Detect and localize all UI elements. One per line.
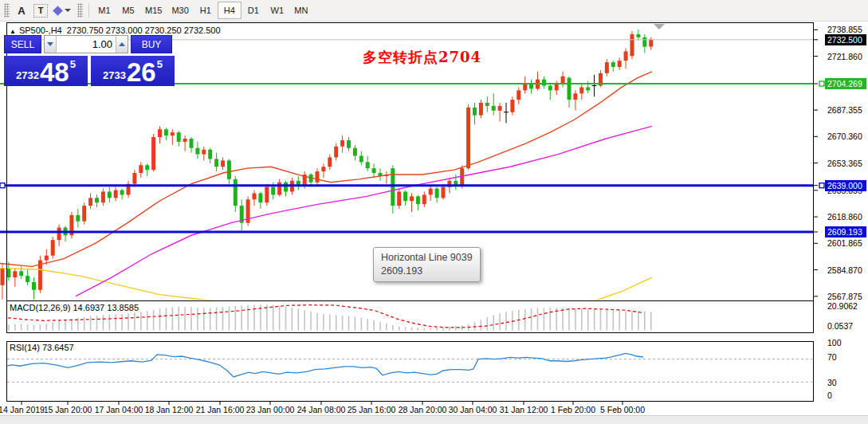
tooltip-line1: Horizontal Line 9039 <box>381 251 473 265</box>
sell-price-small: 2732 <box>16 69 39 81</box>
sell-price-sup: 5 <box>70 58 76 70</box>
line-anchor-square <box>819 81 824 86</box>
price-axis-marker-blu: 2609.193 <box>825 226 866 238</box>
line-anchor-square <box>0 183 5 188</box>
collapse-arrow-icon[interactable]: ▲ <box>10 28 16 35</box>
sell-price-box[interactable]: 2732 48 5 <box>4 56 88 86</box>
price-axis-marker-blu: 2639.000 <box>825 180 866 191</box>
ohlc-readout: 2730.750 2733.000 2730.250 2732.500 <box>67 26 221 35</box>
macd-label: MACD(12,26,9) 14.6937 13.8585 <box>10 303 139 312</box>
line-anchor-square <box>819 183 824 188</box>
ma-fast-orange <box>0 72 652 267</box>
volume-spinner <box>44 35 128 53</box>
volume-decrease-button[interactable] <box>45 36 57 53</box>
volume-increase-button[interactable] <box>116 36 128 53</box>
volume-input[interactable] <box>57 36 116 53</box>
one-click-trading-panel: SELL BUY 2732 48 5 2733 26 5 <box>4 35 176 86</box>
chart-shift-marker[interactable] <box>654 24 665 29</box>
panel-border <box>7 342 814 402</box>
buy-button[interactable]: BUY <box>131 35 172 53</box>
symbol-period: SP500-,H4 <box>19 26 62 35</box>
horizontal-line-tooltip: Horizontal Line 9039 2609.193 <box>373 247 481 282</box>
triangle-down-icon <box>47 42 53 46</box>
buy-price-small: 2733 <box>103 69 126 81</box>
sell-price-big: 48 <box>40 61 69 84</box>
buy-price-box[interactable]: 2733 26 5 <box>91 56 175 86</box>
mt4-window: A T M1M5M15M30H1H4D1W1MN ▲SP500-,H4 2730… <box>0 0 868 424</box>
rsi-label: RSI(14) 73.6457 <box>10 343 74 352</box>
rsi-line <box>2 353 643 377</box>
price-axis-marker-grn: 2704.269 <box>825 78 866 89</box>
rsi-panel <box>2 353 812 382</box>
chart-text-annotation[interactable]: 多空转折点2704 <box>363 48 481 67</box>
price-axis-marker-cur: 2732.500 <box>825 34 866 45</box>
chart-title: ▲SP500-,H4 2730.750 2733.000 2730.250 27… <box>10 26 221 35</box>
buy-price-big: 26 <box>127 61 156 84</box>
buy-price-sup: 5 <box>157 58 163 70</box>
tooltip-line2: 2609.193 <box>381 265 473 278</box>
triangle-up-icon <box>119 42 125 46</box>
ma-mid-magenta <box>76 126 652 296</box>
sell-button[interactable]: SELL <box>4 35 41 53</box>
